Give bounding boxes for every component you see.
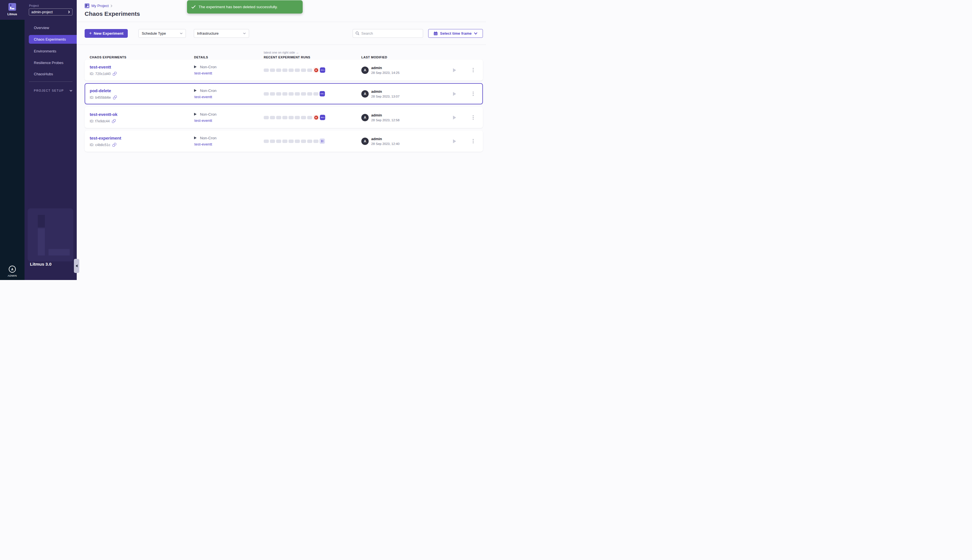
- table-header-row: CHAOS EXPERIMENTS DETAILS latest one on …: [85, 48, 483, 60]
- table-row: test-eventt-ok ID: f7e9dc44 Non-Cron tes…: [85, 107, 483, 128]
- sidebar: Project admin-project Overview Chaos Exp…: [25, 0, 77, 280]
- template-link[interactable]: test-eventt: [194, 118, 212, 123]
- modified-time: 28 Sep 2023, 12:40: [371, 142, 399, 145]
- run-skeleton: [301, 116, 306, 119]
- runs-order-note: latest one on right side →: [264, 51, 361, 54]
- run-skeleton: [264, 140, 269, 143]
- run-failed-icon[interactable]: ✕: [313, 115, 319, 120]
- new-experiment-button[interactable]: + New Experiment: [85, 29, 128, 38]
- nav-rail: Litmus A ADMIN: [0, 0, 25, 280]
- run-skeleton: [301, 140, 306, 143]
- row-menu-button[interactable]: [472, 91, 475, 97]
- success-toast: The experiment has been deleted successf…: [187, 0, 303, 13]
- run-skeleton: [270, 68, 275, 72]
- user-avatar[interactable]: A: [9, 266, 16, 273]
- schedule-type: Non-Cron: [200, 88, 217, 93]
- user-label: ADMIN: [8, 274, 17, 277]
- recent-runs: ✕: [264, 115, 361, 120]
- run-skeleton: [313, 140, 318, 143]
- recent-runs: [264, 91, 361, 97]
- experiment-name-link[interactable]: test-eventt-ok: [90, 112, 117, 117]
- chevron-down-icon: [180, 32, 183, 34]
- project-setup-toggle[interactable]: PROJECT SETUP: [34, 89, 72, 92]
- copy-icon[interactable]: [113, 72, 117, 75]
- run-running-icon[interactable]: [320, 67, 325, 73]
- row-menu-button[interactable]: [472, 67, 475, 73]
- search-input[interactable]: [361, 31, 420, 35]
- calendar-icon: [433, 31, 438, 35]
- row-menu-button[interactable]: [472, 115, 475, 121]
- experiments-table: CHAOS EXPERIMENTS DETAILS latest one on …: [77, 48, 486, 152]
- run-skeleton: [307, 140, 312, 143]
- modified-by: admin: [371, 113, 399, 117]
- avatar: A: [361, 138, 368, 145]
- run-skeleton: [307, 68, 312, 72]
- avatar: A: [361, 67, 368, 74]
- run-running-icon[interactable]: [320, 115, 325, 120]
- run-skeleton: [288, 68, 293, 72]
- project-select[interactable]: admin-project: [29, 8, 72, 15]
- template-link[interactable]: test-eventt: [194, 142, 212, 146]
- schedule-type-dropdown[interactable]: Schedule Type: [138, 29, 186, 38]
- avatar: A: [361, 90, 368, 98]
- litmus-mini-logo-icon: [85, 3, 89, 8]
- run-skeleton: [276, 140, 281, 143]
- sidebar-item-overview[interactable]: Overview: [25, 23, 77, 32]
- project-select-value: admin-project: [31, 10, 68, 14]
- run-failed-icon[interactable]: ✕: [313, 67, 319, 73]
- run-experiment-button[interactable]: [453, 116, 456, 120]
- play-type-icon: [194, 65, 197, 68]
- sidebar-item-resilience-probes[interactable]: Resilience Probes: [25, 58, 77, 67]
- experiment-name-link[interactable]: pod-delete: [90, 88, 111, 93]
- infrastructure-dropdown[interactable]: Infrastructure: [194, 29, 249, 38]
- run-skeleton: [282, 68, 287, 72]
- run-experiment-button[interactable]: [453, 139, 456, 143]
- modified-by: admin: [371, 89, 399, 93]
- experiment-id: ID: f7e9dc44: [90, 119, 110, 123]
- breadcrumb-link[interactable]: My Project: [92, 4, 108, 8]
- time-frame-button[interactable]: Select time frame: [428, 29, 483, 38]
- play-type-icon: [194, 113, 197, 116]
- run-skeleton: [307, 116, 312, 119]
- modified-time: 28 Sep 2023, 14:25: [371, 71, 399, 75]
- check-icon: [191, 5, 196, 9]
- experiment-id: ID: b455bb6e: [90, 96, 111, 100]
- sidebar-item-environments[interactable]: Environments: [25, 47, 77, 55]
- run-skeleton: [313, 92, 318, 96]
- play-type-icon: [194, 89, 197, 92]
- run-experiment-button[interactable]: [453, 68, 456, 72]
- sidebar-item-chaoshubs[interactable]: ChaosHubs: [25, 70, 77, 78]
- sidebar-collapse-button[interactable]: [74, 259, 79, 273]
- run-skeleton: [270, 92, 275, 96]
- modified-by: admin: [371, 137, 399, 141]
- run-skeleton: [276, 92, 281, 96]
- run-skeleton: [270, 116, 275, 119]
- recent-runs: [264, 138, 361, 144]
- version-text: Litmus 3.0: [30, 262, 52, 267]
- collapse-left-icon: [76, 265, 78, 267]
- copy-icon[interactable]: [113, 96, 117, 99]
- plus-icon: +: [89, 31, 92, 36]
- brand-block: Litmus: [0, 0, 25, 20]
- run-paused-icon[interactable]: [320, 138, 325, 144]
- copy-icon[interactable]: [112, 119, 116, 123]
- run-skeleton: [276, 116, 281, 119]
- run-skeleton: [264, 68, 269, 72]
- sidebar-item-chaos-experiments[interactable]: Chaos Experiments: [29, 35, 77, 44]
- row-menu-button[interactable]: [472, 138, 475, 144]
- template-link[interactable]: test-eventt: [194, 71, 212, 75]
- sidebar-divider: [29, 82, 72, 82]
- table-row: pod-delete ID: b455bb6e Non-Cron test-ev…: [85, 83, 483, 104]
- search-icon: [355, 31, 359, 35]
- chevron-down-icon: [474, 32, 478, 35]
- template-link[interactable]: test-eventt: [194, 95, 212, 99]
- modified-time: 28 Sep 2023, 13:07: [371, 95, 399, 98]
- experiment-name-link[interactable]: test-experiment: [90, 136, 121, 140]
- run-running-icon[interactable]: [320, 91, 325, 97]
- experiment-id: ID: c4b8c51c: [90, 143, 110, 147]
- run-skeleton: [301, 68, 306, 72]
- run-experiment-button[interactable]: [453, 92, 456, 96]
- schedule-type: Non-Cron: [200, 136, 217, 140]
- copy-icon[interactable]: [113, 143, 116, 147]
- experiment-name-link[interactable]: test-eventt: [90, 65, 111, 69]
